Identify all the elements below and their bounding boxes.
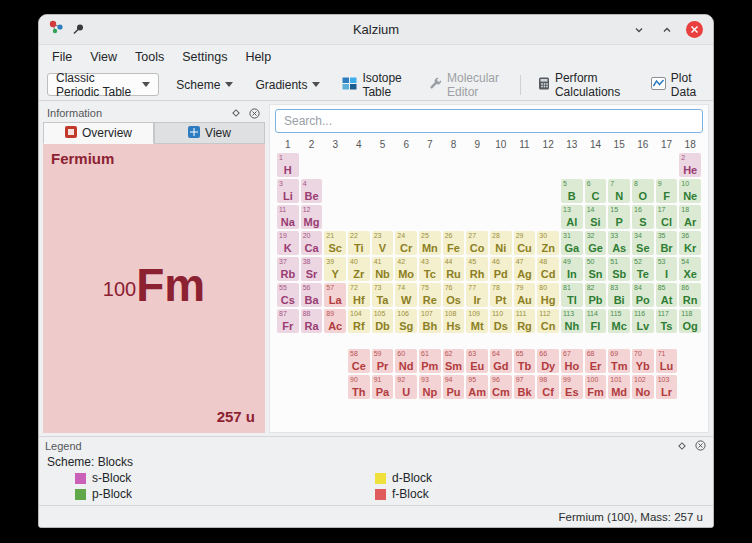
element-Re[interactable]: 75Re [419, 283, 441, 307]
element-Fe[interactable]: 26Fe [443, 231, 465, 255]
element-Sm[interactable]: 62Sm [443, 349, 465, 373]
element-Er[interactable]: 68Er [585, 349, 607, 373]
element-Es[interactable]: 99Es [561, 375, 583, 399]
element-Ne[interactable]: 10Ne [679, 179, 701, 203]
element-Nd[interactable]: 60Nd [395, 349, 417, 373]
element-Te[interactable]: 52Te [632, 257, 654, 281]
element-Na[interactable]: 11Na [277, 205, 299, 229]
element-Lu[interactable]: 71Lu [656, 349, 678, 373]
element-Os[interactable]: 76Os [443, 283, 465, 307]
element-Cf[interactable]: 98Cf [537, 375, 559, 399]
element-Tl[interactable]: 81Tl [561, 283, 583, 307]
perform-calculations-button[interactable]: Perform Calculations [533, 68, 634, 102]
element-Mg[interactable]: 12Mg [301, 205, 323, 229]
element-Yb[interactable]: 70Yb [632, 349, 654, 373]
menu-item-file[interactable]: File [43, 47, 81, 67]
element-Cu[interactable]: 29Cu [514, 231, 536, 255]
element-Gd[interactable]: 64Gd [490, 349, 512, 373]
element-Sg[interactable]: 106Sg [395, 309, 417, 333]
element-V[interactable]: 23V [372, 231, 394, 255]
element-Og[interactable]: 118Og [679, 309, 701, 333]
element-Np[interactable]: 93Np [419, 375, 441, 399]
element-Fr[interactable]: 87Fr [277, 309, 299, 333]
element-Rh[interactable]: 45Rh [466, 257, 488, 281]
element-Dy[interactable]: 66Dy [537, 349, 559, 373]
element-Mt[interactable]: 109Mt [466, 309, 488, 333]
maximize-button[interactable] [658, 21, 676, 39]
float-legend-icon[interactable] [675, 439, 689, 453]
element-Db[interactable]: 105Db [372, 309, 394, 333]
scheme-menu-button[interactable]: Scheme [171, 75, 238, 95]
element-La[interactable]: 57La [324, 283, 346, 307]
plot-data-button[interactable]: Plot Data [646, 68, 705, 102]
element-He[interactable]: 2He [679, 153, 701, 177]
table-type-select[interactable]: Classic Periodic Table [47, 73, 159, 96]
element-Y[interactable]: 39Y [324, 257, 346, 281]
element-Ru[interactable]: 44Ru [443, 257, 465, 281]
element-Al[interactable]: 13Al [561, 205, 583, 229]
element-F[interactable]: 9F [656, 179, 678, 203]
pin-icon[interactable] [72, 21, 84, 39]
element-Ga[interactable]: 31Ga [561, 231, 583, 255]
element-Pt[interactable]: 78Pt [490, 283, 512, 307]
element-No[interactable]: 102No [632, 375, 654, 399]
element-Nb[interactable]: 41Nb [372, 257, 394, 281]
element-Ce[interactable]: 58Ce [348, 349, 370, 373]
element-Tc[interactable]: 43Tc [419, 257, 441, 281]
element-Mn[interactable]: 25Mn [419, 231, 441, 255]
element-Sn[interactable]: 50Sn [585, 257, 607, 281]
element-Md[interactable]: 101Md [608, 375, 630, 399]
element-Rb[interactable]: 37Rb [277, 257, 299, 281]
element-Zr[interactable]: 40Zr [348, 257, 370, 281]
element-Be[interactable]: 4Be [301, 179, 323, 203]
element-Sr[interactable]: 38Sr [301, 257, 323, 281]
element-Br[interactable]: 35Br [656, 231, 678, 255]
element-Pa[interactable]: 91Pa [372, 375, 394, 399]
element-Se[interactable]: 34Se [632, 231, 654, 255]
element-Cr[interactable]: 24Cr [395, 231, 417, 255]
element-Ta[interactable]: 73Ta [372, 283, 394, 307]
element-As[interactable]: 33As [608, 231, 630, 255]
element-S[interactable]: 16S [632, 205, 654, 229]
element-Fm[interactable]: 100Fm [585, 375, 607, 399]
gradients-menu-button[interactable]: Gradients [250, 75, 325, 95]
element-Cs[interactable]: 55Cs [277, 283, 299, 307]
element-Mc[interactable]: 115Mc [608, 309, 630, 333]
element-At[interactable]: 85At [656, 283, 678, 307]
search-input[interactable] [275, 109, 703, 133]
close-button[interactable] [686, 21, 703, 38]
element-Pr[interactable]: 59Pr [372, 349, 394, 373]
element-Am[interactable]: 95Am [466, 375, 488, 399]
tab-view[interactable]: View [154, 122, 265, 144]
element-H[interactable]: 1H [277, 153, 299, 177]
element-Rf[interactable]: 104Rf [348, 309, 370, 333]
element-Ar[interactable]: 18Ar [679, 205, 701, 229]
close-panel-icon[interactable] [247, 106, 261, 120]
element-Sb[interactable]: 51Sb [608, 257, 630, 281]
element-P[interactable]: 15P [608, 205, 630, 229]
element-Xe[interactable]: 54Xe [679, 257, 701, 281]
element-Hg[interactable]: 80Hg [537, 283, 559, 307]
element-Rg[interactable]: 111Rg [514, 309, 536, 333]
menu-item-help[interactable]: Help [236, 47, 280, 67]
element-Ac[interactable]: 89Ac [324, 309, 346, 333]
element-Cl[interactable]: 17Cl [656, 205, 678, 229]
element-Th[interactable]: 90Th [348, 375, 370, 399]
element-Hf[interactable]: 72Hf [348, 283, 370, 307]
element-Sc[interactable]: 21Sc [324, 231, 346, 255]
element-Cm[interactable]: 96Cm [490, 375, 512, 399]
element-Tb[interactable]: 65Tb [514, 349, 536, 373]
element-Ir[interactable]: 77Ir [466, 283, 488, 307]
element-W[interactable]: 74W [395, 283, 417, 307]
element-Pd[interactable]: 46Pd [490, 257, 512, 281]
element-Bk[interactable]: 97Bk [514, 375, 536, 399]
element-Ni[interactable]: 28Ni [490, 231, 512, 255]
element-Ba[interactable]: 56Ba [301, 283, 323, 307]
element-Fl[interactable]: 114Fl [585, 309, 607, 333]
menu-item-settings[interactable]: Settings [173, 47, 236, 67]
element-Ts[interactable]: 117Ts [656, 309, 678, 333]
tab-overview[interactable]: Overview [43, 122, 154, 144]
float-panel-icon[interactable] [229, 106, 243, 120]
element-Ho[interactable]: 67Ho [561, 349, 583, 373]
element-B[interactable]: 5B [561, 179, 583, 203]
